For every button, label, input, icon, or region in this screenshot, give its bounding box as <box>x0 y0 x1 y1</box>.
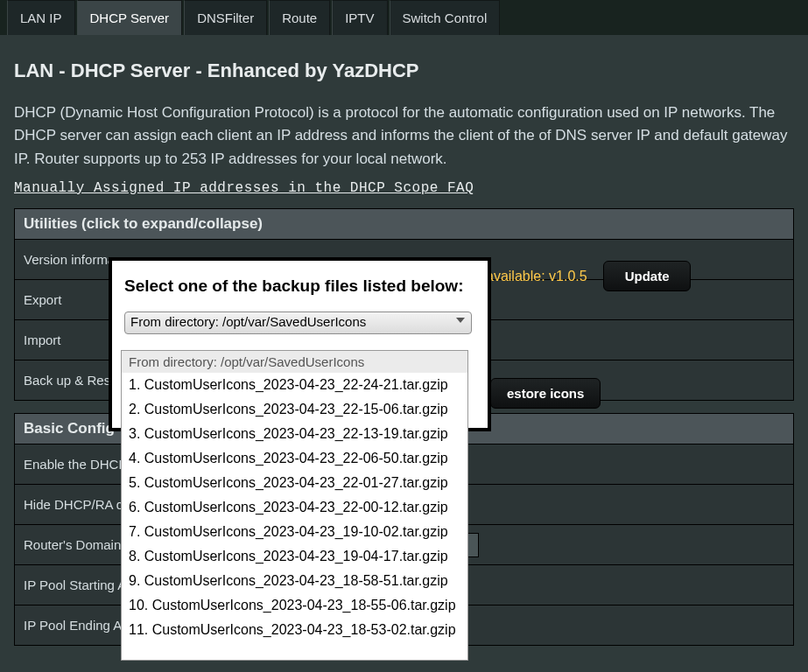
tab-dhcp-server[interactable]: DHCP Server <box>77 0 183 35</box>
tab-dnsfilter[interactable]: DNSFilter <box>184 0 267 35</box>
modal-title: Select one of the backup files listed be… <box>124 276 475 296</box>
backup-directory-select[interactable]: From directory: /opt/var/SavedUserIcons <box>124 312 472 334</box>
list-item[interactable]: 9. CustomUserIcons_2023-04-23_18-58-51.t… <box>122 569 467 593</box>
tab-lan-ip[interactable]: LAN IP <box>7 0 75 35</box>
list-item[interactable]: 4. CustomUserIcons_2023-04-23_22-06-50.t… <box>122 446 467 471</box>
list-item[interactable]: 10. CustomUserIcons_2023-04-23_18-55-06.… <box>122 593 467 618</box>
list-item[interactable]: 2. CustomUserIcons_2023-04-23_22-15-06.t… <box>122 397 467 422</box>
restore-icons-button[interactable]: estore icons <box>490 378 601 409</box>
list-item[interactable]: 5. CustomUserIcons_2023-04-23_22-01-27.t… <box>122 471 467 495</box>
list-item[interactable]: 1. CustomUserIcons_2023-04-23_22-24-21.t… <box>122 373 467 397</box>
faq-link[interactable]: Manually Assigned IP addresses in the DH… <box>14 180 474 196</box>
backup-file-listbox[interactable]: From directory: /opt/var/SavedUserIcons … <box>121 350 468 661</box>
page-description: DHCP (Dynamic Host Configuration Protoco… <box>14 102 794 171</box>
tab-strip: LAN IP DHCP Server DNSFilter Route IPTV … <box>0 0 808 35</box>
tab-switch-control[interactable]: Switch Control <box>390 0 501 35</box>
list-item[interactable]: 7. CustomUserIcons_2023-04-23_19-10-02.t… <box>122 520 467 544</box>
tab-route[interactable]: Route <box>269 0 330 35</box>
version-available-text: available: v1.0.5 <box>486 269 587 284</box>
update-button[interactable]: Update <box>603 261 692 291</box>
list-item[interactable]: 6. CustomUserIcons_2023-04-23_22-00-12.t… <box>122 495 467 520</box>
list-item[interactable]: 8. CustomUserIcons_2023-04-23_19-04-17.t… <box>122 544 467 569</box>
tab-iptv[interactable]: IPTV <box>332 0 387 35</box>
list-item[interactable]: 3. CustomUserIcons_2023-04-23_22-13-19.t… <box>122 422 467 446</box>
list-item[interactable]: 11. CustomUserIcons_2023-04-23_18-53-02.… <box>122 618 467 642</box>
utilities-header[interactable]: Utilities (click to expand/collapse) <box>15 209 793 239</box>
page-title: LAN - DHCP Server - Enhanced by YazDHCP <box>14 60 794 82</box>
listbox-group-label: From directory: /opt/var/SavedUserIcons <box>122 351 467 373</box>
